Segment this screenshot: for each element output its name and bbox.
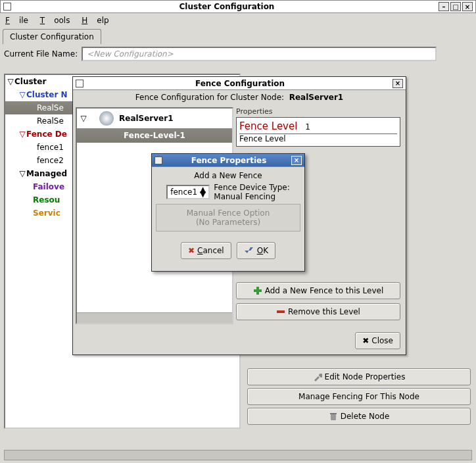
- fence-device-type: Fence Device Type: Manual Fencing: [214, 183, 290, 201]
- node-icon: [99, 111, 114, 126]
- maximize-button[interactable]: □: [450, 2, 461, 11]
- fence-config-heading: Fence Configuration for Cluster Node: Re…: [73, 90, 406, 105]
- filename-label: Current File Name:: [4, 49, 78, 59]
- close-button[interactable]: ×: [462, 2, 473, 11]
- menubar: File Tools Help: [0, 13, 476, 28]
- edit-node-button[interactable]: Edit Node Properties: [247, 368, 471, 385]
- manual-fence-option: Manual Fence Option (No Parameters): [156, 204, 300, 232]
- menu-file[interactable]: File: [5, 16, 28, 25]
- fence-config-title: Fence Configuration: [89, 79, 391, 88]
- svg-rect-2: [277, 310, 285, 313]
- window-app-icon: [3, 3, 11, 11]
- svg-rect-1: [254, 289, 262, 292]
- menu-tools[interactable]: Tools: [40, 16, 70, 25]
- close-icon: ✖: [362, 336, 369, 345]
- fence-props-heading: Add a New Fence: [156, 171, 300, 180]
- svg-rect-3: [331, 414, 336, 420]
- fence-level-sub: Fence Level: [239, 134, 397, 143]
- fence-config-node-name: RealServer1: [289, 93, 344, 102]
- fence-props-close-icon[interactable]: ×: [291, 156, 302, 165]
- add-fence-button[interactable]: Add a New Fence to this Level: [236, 282, 400, 299]
- fence-tree-node[interactable]: ▽ RealServer1: [77, 109, 232, 128]
- delete-node-button[interactable]: Delete Node: [247, 408, 471, 425]
- main-hscroll[interactable]: [4, 450, 472, 460]
- fence-tree-level[interactable]: Fence-Level-1: [77, 128, 232, 143]
- node-actions-panel: Edit Node Properties Manage Fencing For …: [247, 366, 471, 425]
- menu-help[interactable]: Help: [82, 16, 108, 25]
- properties-label: Properties: [236, 107, 400, 116]
- ok-icon: [244, 246, 254, 255]
- fence-level-label: Fence Level: [239, 120, 297, 132]
- trash-icon: [329, 412, 338, 421]
- wrench-icon: [313, 372, 322, 381]
- main-titlebar: Cluster Configuration – □ ×: [0, 0, 476, 13]
- fence-config-close-icon[interactable]: ×: [393, 79, 403, 88]
- spinner-arrows-icon: ▲▼: [200, 187, 206, 197]
- tab-bar: Cluster Configuration: [0, 28, 476, 44]
- minimize-button[interactable]: –: [439, 2, 449, 11]
- fence-props-title: Fence Properties: [168, 156, 290, 165]
- svg-rect-4: [330, 413, 337, 414]
- ok-button[interactable]: OK: [237, 242, 275, 259]
- manage-fencing-button[interactable]: Manage Fencing For This Node: [247, 388, 471, 405]
- dialog-app-icon: [76, 80, 83, 87]
- fence-properties-dialog: Fence Properties × Add a New Fence fence…: [151, 153, 305, 272]
- fence-level-number: 1: [305, 122, 310, 132]
- fence-device-select[interactable]: fence1 ▲▼: [166, 185, 210, 199]
- remove-level-button[interactable]: Remove this Level: [236, 303, 400, 320]
- cancel-button[interactable]: ✖ Cancel: [181, 242, 231, 259]
- tab-cluster-config[interactable]: Cluster Configuration: [3, 29, 101, 44]
- fence-close-button[interactable]: ✖ Close: [355, 332, 400, 349]
- fence-props-titlebar: Fence Properties ×: [152, 154, 304, 167]
- fence-config-titlebar: Fence Configuration ×: [73, 77, 406, 90]
- properties-box: Fence Level 1 Fence Level: [236, 117, 400, 147]
- fence-tree-hscroll[interactable]: [77, 312, 232, 323]
- dialog-app-icon: [155, 157, 162, 164]
- cancel-icon: ✖: [188, 246, 195, 255]
- window-title: Cluster Configuration: [16, 2, 437, 11]
- filename-row: Current File Name: <New Configuration>: [0, 44, 476, 64]
- filename-input[interactable]: <New Configuration>: [82, 47, 437, 61]
- plus-icon: [253, 286, 262, 295]
- minus-icon: [276, 307, 285, 316]
